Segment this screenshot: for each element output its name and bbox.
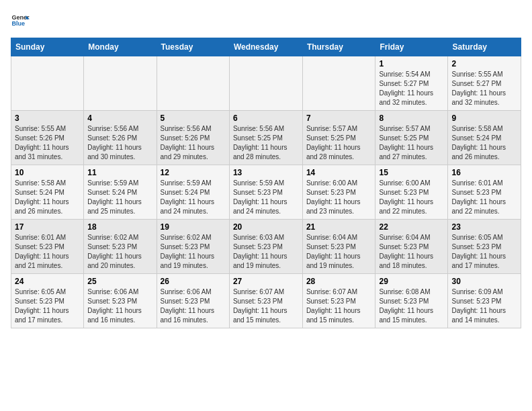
day-info: Sunrise: 6:00 AM Sunset: 5:23 PM Dayligh…: [379, 179, 444, 216]
calendar-day-cell: 2Sunrise: 5:55 AM Sunset: 5:27 PM Daylig…: [448, 56, 521, 111]
day-number: 23: [451, 222, 517, 232]
weekday-header: Monday: [84, 38, 157, 56]
calendar-day-cell: 6Sunrise: 5:56 AM Sunset: 5:25 PM Daylig…: [229, 111, 302, 165]
day-number: 27: [233, 277, 299, 286]
day-info: Sunrise: 5:57 AM Sunset: 5:25 PM Dayligh…: [379, 124, 444, 162]
day-number: 21: [306, 222, 372, 232]
day-number: 3: [15, 113, 80, 123]
weekday-header: Saturday: [448, 38, 521, 56]
day-number: 26: [161, 277, 226, 286]
day-info: Sunrise: 6:06 AM Sunset: 5:23 PM Dayligh…: [87, 287, 152, 325]
day-number: 9: [451, 113, 517, 123]
day-number: 29: [379, 277, 444, 286]
day-info: Sunrise: 6:07 AM Sunset: 5:23 PM Dayligh…: [233, 287, 299, 325]
calendar-day-cell: 21Sunrise: 6:04 AM Sunset: 5:23 PM Dayli…: [302, 220, 375, 274]
weekday-header: Wednesday: [229, 38, 302, 56]
day-number: 1: [379, 59, 444, 68]
day-number: 18: [87, 222, 152, 232]
day-info: Sunrise: 6:00 AM Sunset: 5:23 PM Dayligh…: [306, 179, 372, 216]
logo: General Blue: [11, 11, 32, 30]
header-row: SundayMondayTuesdayWednesdayThursdayFrid…: [11, 38, 521, 56]
calendar-day-cell: 14Sunrise: 6:00 AM Sunset: 5:23 PM Dayli…: [302, 165, 375, 220]
day-number: 5: [161, 113, 226, 123]
day-number: 12: [161, 168, 226, 177]
calendar-day-cell: 20Sunrise: 6:03 AM Sunset: 5:23 PM Dayli…: [229, 220, 302, 274]
day-number: 16: [451, 168, 517, 177]
day-number: 30: [451, 277, 517, 286]
day-number: 22: [379, 222, 444, 232]
calendar-day-cell: 26Sunrise: 6:06 AM Sunset: 5:23 PM Dayli…: [157, 274, 229, 328]
day-number: 25: [87, 277, 152, 286]
calendar-day-cell: 23Sunrise: 6:05 AM Sunset: 5:23 PM Dayli…: [448, 220, 521, 274]
calendar-day-cell: [229, 56, 302, 111]
calendar-day-cell: 1Sunrise: 5:54 AM Sunset: 5:27 PM Daylig…: [375, 56, 448, 111]
weekday-header: Thursday: [302, 38, 375, 56]
day-info: Sunrise: 6:03 AM Sunset: 5:23 PM Dayligh…: [233, 233, 299, 271]
day-info: Sunrise: 6:05 AM Sunset: 5:23 PM Dayligh…: [15, 287, 80, 325]
day-number: 17: [15, 222, 80, 232]
day-info: Sunrise: 5:55 AM Sunset: 5:27 PM Dayligh…: [451, 70, 517, 107]
day-number: 14: [306, 168, 372, 177]
calendar-day-cell: 9Sunrise: 5:58 AM Sunset: 5:24 PM Daylig…: [448, 111, 521, 165]
calendar-day-cell: [84, 56, 157, 111]
day-info: Sunrise: 6:02 AM Sunset: 5:23 PM Dayligh…: [87, 233, 152, 271]
calendar-header: SundayMondayTuesdayWednesdayThursdayFrid…: [11, 38, 521, 56]
day-info: Sunrise: 5:58 AM Sunset: 5:24 PM Dayligh…: [451, 124, 517, 162]
day-number: 8: [379, 113, 444, 123]
calendar-day-cell: 30Sunrise: 6:09 AM Sunset: 5:23 PM Dayli…: [448, 274, 521, 328]
calendar-week-row: 10Sunrise: 5:58 AM Sunset: 5:24 PM Dayli…: [11, 165, 521, 220]
calendar-day-cell: 19Sunrise: 6:02 AM Sunset: 5:23 PM Dayli…: [157, 220, 229, 274]
calendar-day-cell: 4Sunrise: 5:56 AM Sunset: 5:26 PM Daylig…: [84, 111, 157, 165]
day-info: Sunrise: 5:56 AM Sunset: 5:26 PM Dayligh…: [161, 124, 226, 162]
day-number: 20: [233, 222, 299, 232]
day-info: Sunrise: 6:08 AM Sunset: 5:23 PM Dayligh…: [379, 287, 444, 325]
day-info: Sunrise: 5:54 AM Sunset: 5:27 PM Dayligh…: [379, 70, 444, 107]
calendar-day-cell: 7Sunrise: 5:57 AM Sunset: 5:25 PM Daylig…: [302, 111, 375, 165]
day-info: Sunrise: 6:01 AM Sunset: 5:23 PM Dayligh…: [451, 179, 517, 216]
calendar-day-cell: 12Sunrise: 5:59 AM Sunset: 5:24 PM Dayli…: [157, 165, 229, 220]
day-number: 11: [87, 168, 152, 177]
day-number: 4: [87, 113, 152, 123]
day-info: Sunrise: 6:06 AM Sunset: 5:23 PM Dayligh…: [161, 287, 226, 325]
calendar-day-cell: 15Sunrise: 6:00 AM Sunset: 5:23 PM Dayli…: [375, 165, 448, 220]
calendar-week-row: 24Sunrise: 6:05 AM Sunset: 5:23 PM Dayli…: [11, 274, 521, 328]
calendar-day-cell: 3Sunrise: 5:55 AM Sunset: 5:26 PM Daylig…: [11, 111, 84, 165]
day-info: Sunrise: 6:09 AM Sunset: 5:23 PM Dayligh…: [451, 287, 517, 325]
day-number: 10: [15, 168, 80, 177]
calendar-day-cell: 11Sunrise: 5:59 AM Sunset: 5:24 PM Dayli…: [84, 165, 157, 220]
day-info: Sunrise: 5:56 AM Sunset: 5:26 PM Dayligh…: [87, 124, 152, 162]
weekday-header: Tuesday: [157, 38, 229, 56]
day-info: Sunrise: 6:04 AM Sunset: 5:23 PM Dayligh…: [379, 233, 444, 271]
day-info: Sunrise: 5:59 AM Sunset: 5:24 PM Dayligh…: [87, 179, 152, 216]
day-info: Sunrise: 6:05 AM Sunset: 5:23 PM Dayligh…: [451, 233, 517, 271]
day-info: Sunrise: 6:04 AM Sunset: 5:23 PM Dayligh…: [306, 233, 372, 271]
calendar-day-cell: [11, 56, 84, 111]
calendar-day-cell: 10Sunrise: 5:58 AM Sunset: 5:24 PM Dayli…: [11, 165, 84, 220]
calendar-day-cell: 5Sunrise: 5:56 AM Sunset: 5:26 PM Daylig…: [157, 111, 229, 165]
calendar-day-cell: 22Sunrise: 6:04 AM Sunset: 5:23 PM Dayli…: [375, 220, 448, 274]
day-number: 6: [233, 113, 299, 123]
calendar-day-cell: 24Sunrise: 6:05 AM Sunset: 5:23 PM Dayli…: [11, 274, 84, 328]
weekday-header: Sunday: [11, 38, 84, 56]
calendar-day-cell: 18Sunrise: 6:02 AM Sunset: 5:23 PM Dayli…: [84, 220, 157, 274]
calendar-day-cell: 28Sunrise: 6:07 AM Sunset: 5:23 PM Dayli…: [302, 274, 375, 328]
day-number: 2: [451, 59, 517, 68]
day-number: 19: [161, 222, 226, 232]
day-info: Sunrise: 5:57 AM Sunset: 5:25 PM Dayligh…: [306, 124, 372, 162]
calendar-day-cell: 16Sunrise: 6:01 AM Sunset: 5:23 PM Dayli…: [448, 165, 521, 220]
day-number: 13: [233, 168, 299, 177]
day-info: Sunrise: 5:59 AM Sunset: 5:24 PM Dayligh…: [161, 179, 226, 216]
page-header: General Blue: [11, 11, 521, 30]
calendar-day-cell: 25Sunrise: 6:06 AM Sunset: 5:23 PM Dayli…: [84, 274, 157, 328]
calendar-week-row: 3Sunrise: 5:55 AM Sunset: 5:26 PM Daylig…: [11, 111, 521, 165]
day-number: 28: [306, 277, 372, 286]
day-info: Sunrise: 5:56 AM Sunset: 5:25 PM Dayligh…: [233, 124, 299, 162]
day-info: Sunrise: 5:59 AM Sunset: 5:23 PM Dayligh…: [233, 179, 299, 216]
day-info: Sunrise: 6:02 AM Sunset: 5:23 PM Dayligh…: [161, 233, 226, 271]
calendar-week-row: 17Sunrise: 6:01 AM Sunset: 5:23 PM Dayli…: [11, 220, 521, 274]
day-info: Sunrise: 5:58 AM Sunset: 5:24 PM Dayligh…: [15, 179, 80, 216]
day-number: 24: [15, 277, 80, 286]
calendar-day-cell: 8Sunrise: 5:57 AM Sunset: 5:25 PM Daylig…: [375, 111, 448, 165]
day-info: Sunrise: 5:55 AM Sunset: 5:26 PM Dayligh…: [15, 124, 80, 162]
day-info: Sunrise: 6:07 AM Sunset: 5:23 PM Dayligh…: [306, 287, 372, 325]
